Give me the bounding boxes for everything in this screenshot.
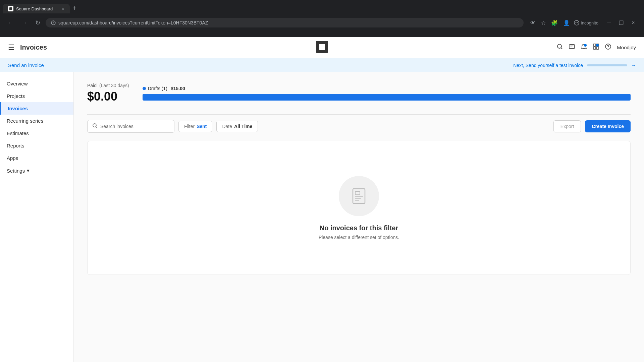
nav-back-button[interactable]: ←: [5, 17, 16, 28]
svg-rect-8: [593, 44, 596, 46]
next-step-label: Next, Send yourself a test invoice: [513, 63, 583, 68]
extensions-button[interactable]: 🧩: [550, 18, 559, 27]
toolbar-right: Export Create Invoice: [553, 120, 631, 132]
paid-stat-value: $0.00: [87, 89, 129, 104]
profile-button[interactable]: 👤: [562, 18, 571, 27]
svg-rect-11: [596, 47, 599, 49]
create-invoice-button[interactable]: Create Invoice: [585, 120, 631, 132]
sidebar-item-settings[interactable]: Settings ▾: [0, 164, 73, 177]
sidebar-label-apps: Apps: [7, 155, 18, 161]
search-input[interactable]: [100, 124, 169, 129]
filter-value: Sent: [197, 124, 207, 129]
svg-rect-10: [593, 47, 596, 49]
hamburger-menu-icon[interactable]: ☰: [8, 43, 15, 52]
browser-actions: 👁 ☆ 🧩 👤: [529, 18, 571, 27]
onboarding-banner: Send an invoice Next, Send yourself a te…: [0, 58, 644, 72]
drafts-badge: Drafts (1) $15.00: [143, 86, 631, 91]
empty-state-container: No invoices for this filter Please selec…: [87, 141, 631, 275]
search-button[interactable]: [556, 43, 563, 52]
nav-forward-button[interactable]: →: [19, 17, 30, 28]
banner-next-action[interactable]: Next, Send yourself a test invoice →: [513, 63, 636, 68]
square-logo: [316, 41, 328, 54]
app-container: ☰ Invoices: [0, 37, 644, 362]
paid-stat-label: Paid (Last 30 days): [87, 83, 129, 88]
header-right-actions: Moodjoy: [556, 43, 636, 52]
svg-rect-16: [355, 191, 360, 195]
empty-state-icon: [339, 176, 379, 216]
maximize-button[interactable]: ❒: [616, 17, 627, 28]
sidebar-item-recurring[interactable]: Recurring series: [0, 115, 73, 127]
messages-button[interactable]: [569, 43, 575, 52]
reader-mode-button[interactable]: 👁: [529, 18, 537, 27]
tab-close-button[interactable]: ×: [62, 6, 64, 11]
sidebar-label-invoices: Invoices: [8, 106, 28, 111]
export-button[interactable]: Export: [553, 120, 581, 132]
drafts-value: $15.00: [171, 86, 185, 91]
invoices-toolbar: Filter Sent Date All Time Export Create …: [87, 120, 631, 133]
drafts-label: Drafts (1): [148, 86, 167, 91]
svg-point-13: [608, 48, 608, 49]
main-content: Paid (Last 30 days) $0.00 Drafts (1) $15…: [74, 72, 644, 362]
app-header: ☰ Invoices: [0, 37, 644, 58]
tab-favicon: [8, 6, 13, 11]
invoices-progress-bar: [143, 94, 631, 101]
svg-point-3: [574, 20, 579, 25]
sidebar-item-apps[interactable]: Apps: [0, 152, 73, 164]
new-tab-button[interactable]: +: [70, 3, 79, 13]
close-window-button[interactable]: ×: [628, 17, 639, 28]
sidebar-label-overview: Overview: [7, 81, 28, 86]
sidebar-item-projects[interactable]: Projects: [0, 90, 73, 102]
empty-state-title: No invoices for this filter: [320, 224, 398, 232]
stats-section: Paid (Last 30 days) $0.00 Drafts (1) $15…: [87, 83, 631, 104]
svg-rect-5: [319, 44, 325, 50]
onboarding-progress-bar: [587, 64, 627, 66]
url-display: squareup.com/dashboard/invoices?currentU…: [58, 20, 208, 25]
banner-arrow-icon: →: [631, 63, 636, 68]
date-label: Date: [222, 124, 232, 129]
notifications-button[interactable]: [581, 43, 587, 52]
active-browser-tab[interactable]: Square Dashboard ×: [3, 4, 70, 13]
filter-button[interactable]: Filter Sent: [178, 121, 212, 132]
send-invoice-link[interactable]: Send an invoice: [8, 62, 44, 68]
sidebar-item-invoices[interactable]: Invoices: [0, 102, 73, 115]
sidebar-label-recurring: Recurring series: [7, 118, 43, 124]
help-button[interactable]: [605, 43, 611, 52]
svg-rect-1: [9, 7, 12, 10]
sidebar-label-estimates: Estimates: [7, 130, 29, 136]
paid-stat-block: Paid (Last 30 days) $0.00: [87, 83, 129, 104]
settings-chevron-icon: ▾: [27, 168, 30, 174]
sidebar-label-projects: Projects: [7, 93, 25, 99]
nav-refresh-button[interactable]: ↻: [32, 17, 43, 28]
address-bar[interactable]: squareup.com/dashboard/invoices?currentU…: [46, 18, 524, 27]
filter-label: Filter: [184, 124, 195, 129]
section-divider: [87, 114, 631, 115]
dashboard-button[interactable]: [593, 43, 599, 52]
svg-rect-7: [569, 45, 575, 49]
incognito-badge: Incognito: [574, 20, 598, 25]
date-value: All Time: [234, 124, 252, 129]
sidebar-item-estimates[interactable]: Estimates: [0, 127, 73, 139]
progress-wrapper: Drafts (1) $15.00: [143, 86, 631, 101]
minimize-button[interactable]: ─: [604, 17, 614, 28]
drafts-dot: [143, 87, 146, 90]
search-box[interactable]: [87, 120, 174, 133]
sidebar-item-overview[interactable]: Overview: [0, 77, 73, 90]
bookmark-button[interactable]: ☆: [540, 18, 547, 27]
main-layout: Overview Projects Invoices Recurring ser…: [0, 72, 644, 362]
date-filter-button[interactable]: Date All Time: [216, 121, 258, 132]
svg-rect-15: [353, 189, 365, 203]
tab-title: Square Dashboard: [16, 6, 53, 11]
user-name[interactable]: Moodjoy: [617, 45, 636, 50]
app-title: Invoices: [20, 44, 47, 51]
sidebar-nav: Overview Projects Invoices Recurring ser…: [0, 72, 74, 362]
window-controls: ─ ❒ ×: [604, 17, 639, 28]
sidebar-item-reports[interactable]: Reports: [0, 139, 73, 152]
sidebar-label-reports: Reports: [7, 143, 24, 148]
search-icon: [92, 123, 98, 130]
empty-state-subtitle: Please select a different set of options…: [319, 235, 399, 240]
sidebar-label-settings: Settings: [7, 168, 25, 174]
